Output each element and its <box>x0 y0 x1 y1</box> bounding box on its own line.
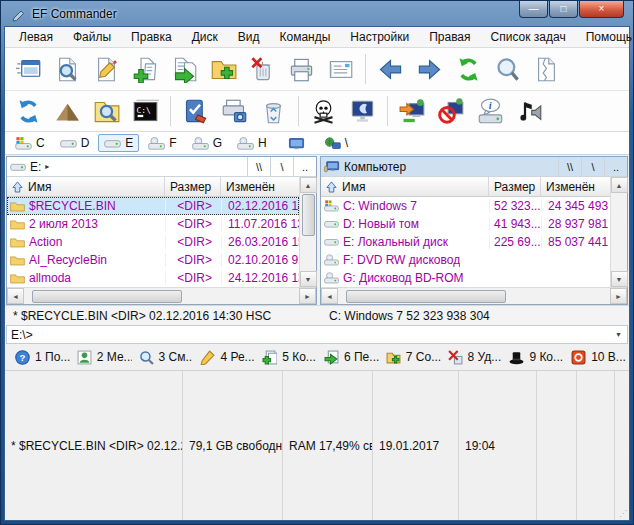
drive-info-button[interactable]: i <box>471 93 510 129</box>
edit-file-button[interactable] <box>87 51 126 87</box>
close-button[interactable]: × <box>579 1 624 18</box>
menu-tasklist[interactable]: Список задач <box>481 28 576 46</box>
maximize-button[interactable]: □ <box>549 1 578 18</box>
left-col-modified[interactable]: Изменён <box>221 177 299 196</box>
danger-skull-button[interactable] <box>304 93 343 129</box>
folder-search-button[interactable] <box>87 93 126 129</box>
scroll-thumb[interactable] <box>346 290 506 303</box>
left-horizontal-scrollbar[interactable]: ◄ ► <box>7 287 316 304</box>
pyramid-button[interactable] <box>48 93 87 129</box>
fkey-move-button[interactable]: 6 Пе... <box>317 350 379 365</box>
minimize-button[interactable]: — <box>519 1 548 18</box>
address-book-button[interactable] <box>321 51 360 87</box>
drive-tab-e[interactable]: E <box>98 134 139 152</box>
right-col-name[interactable]: Имя <box>321 177 489 196</box>
screensaver-button[interactable] <box>343 93 382 129</box>
file-row[interactable]: Action<DIR>26.03.2016 15 <box>7 233 299 251</box>
menu-left[interactable]: Левая <box>9 28 63 46</box>
right-vertical-scrollbar[interactable]: ▲ ▼ <box>610 177 627 287</box>
drive-tab-d[interactable]: D <box>54 134 96 152</box>
left-path-bar[interactable]: E: ▸ \\ \ .. <box>7 157 316 177</box>
refresh-button[interactable] <box>449 51 488 87</box>
print-screen-button[interactable] <box>215 93 254 129</box>
move-files-button[interactable] <box>165 51 204 87</box>
fkey-user-menu-button[interactable]: 2 Ме... <box>70 350 132 365</box>
menu-settings[interactable]: Настройки <box>340 28 419 46</box>
file-row[interactable]: AI_RecycleBin<DIR>02.10.2016 9: <box>7 251 299 269</box>
file-row[interactable]: 2 июля 2013<DIR>11.07.2016 13 <box>7 215 299 233</box>
network-tab[interactable]: \ <box>318 134 354 152</box>
fkey-commands-button[interactable]: 9 Ко... <box>502 350 564 365</box>
left-col-size[interactable]: Размер <box>165 177 221 196</box>
back-button[interactable] <box>371 51 410 87</box>
net-connect-button[interactable] <box>393 93 432 129</box>
right-up-button[interactable]: \ <box>581 157 604 176</box>
left-parent-button[interactable]: .. <box>293 157 316 176</box>
right-parent-button[interactable]: .. <box>604 157 627 176</box>
run-window-button[interactable] <box>9 51 48 87</box>
scroll-thumb[interactable] <box>302 194 315 236</box>
print-button[interactable] <box>282 51 321 87</box>
menu-files[interactable]: Файлы <box>63 28 121 46</box>
drive-tab-g[interactable]: G <box>186 134 228 152</box>
forward-button[interactable] <box>410 51 449 87</box>
left-root-button[interactable]: \\ <box>247 157 270 176</box>
left-vertical-scrollbar[interactable]: ▲ ▼ <box>299 177 316 287</box>
right-horizontal-scrollbar[interactable]: ◄ ► <box>321 287 627 304</box>
scroll-up-icon[interactable]: ▲ <box>611 177 628 193</box>
menu-edit[interactable]: Правка <box>121 28 182 46</box>
scroll-right-icon[interactable]: ► <box>299 288 316 304</box>
new-folder-button[interactable] <box>204 51 243 87</box>
title-bar[interactable]: EF Commander — □ × <box>4 1 630 26</box>
drive-row[interactable]: G: Дисковод BD-ROM <box>321 269 610 287</box>
drive-tab-h[interactable]: H <box>231 134 273 152</box>
sync-button[interactable] <box>9 93 48 129</box>
right-path-bar[interactable]: Компьютер \\ \ .. <box>321 157 627 177</box>
drive-row[interactable]: C: Windows 752 323...24 345 493 504 <box>321 197 610 215</box>
compare-button[interactable] <box>527 51 566 87</box>
file-row[interactable]: allmoda<DIR>24.12.2016 13 <box>7 269 299 287</box>
left-col-name[interactable]: Имя <box>7 177 165 196</box>
resize-grip-icon[interactable]: ⋰ <box>615 371 629 520</box>
fkey-copy-button[interactable]: 5 Ко... <box>255 350 317 365</box>
command-line[interactable]: E:\> ▼ <box>6 325 628 344</box>
file-row[interactable]: $RECYCLE.BIN<DIR>02.12.2016 14 <box>7 197 299 215</box>
delete-button[interactable] <box>243 51 282 87</box>
view-file-button[interactable] <box>48 51 87 87</box>
scroll-thumb[interactable] <box>32 290 182 303</box>
checklist-button[interactable] <box>176 93 215 129</box>
scroll-up-icon[interactable]: ▲ <box>300 177 317 193</box>
menu-view[interactable]: Вид <box>228 28 270 46</box>
net-disconnect-button[interactable] <box>432 93 471 129</box>
fkey-exit-button[interactable]: 10 В... <box>564 350 626 365</box>
scroll-down-icon[interactable]: ▼ <box>611 271 628 287</box>
desktop-tab[interactable] <box>282 135 311 152</box>
drive-row[interactable]: D: Новый том41 943...28 937 981 952 <box>321 215 610 233</box>
scroll-right-icon[interactable]: ► <box>610 288 627 304</box>
search-button[interactable] <box>488 51 527 87</box>
scroll-down-icon[interactable]: ▼ <box>300 271 317 287</box>
command-prompt-button[interactable]: C:\ <box>126 93 165 129</box>
fkey-mkdir-button[interactable]: 7 Со... <box>379 350 441 365</box>
right-col-size[interactable]: Размер <box>489 177 541 196</box>
drive-tab-c[interactable]: C <box>9 134 51 152</box>
audio-button[interactable] <box>510 93 549 129</box>
menu-right[interactable]: Правая <box>419 28 480 46</box>
fkey-delete-button[interactable]: 8 Уд... <box>441 350 503 365</box>
right-col-modified[interactable]: Изменён <box>541 177 610 196</box>
recycle-bin-button[interactable] <box>254 93 293 129</box>
left-up-button[interactable]: \ <box>270 157 293 176</box>
menu-help[interactable]: Помощь <box>576 28 634 46</box>
copy-files-button[interactable] <box>126 51 165 87</box>
fkey-help-button[interactable]: ?1 По... <box>8 350 70 365</box>
drive-tab-f[interactable]: F <box>142 134 182 152</box>
drive-row[interactable]: E: Локальный диск225 69...85 037 441 024 <box>321 233 610 251</box>
fkey-edit-button[interactable]: 4 Ре... <box>193 350 255 365</box>
right-root-button[interactable]: \\ <box>558 157 581 176</box>
drive-row[interactable]: F: DVD RW дисковод <box>321 251 610 269</box>
fkey-view-button[interactable]: 3 См... <box>132 350 194 365</box>
menu-disk[interactable]: Диск <box>182 28 228 46</box>
scroll-left-icon[interactable]: ◄ <box>321 288 338 304</box>
scroll-left-icon[interactable]: ◄ <box>7 288 24 304</box>
menu-commands[interactable]: Команды <box>269 28 340 46</box>
